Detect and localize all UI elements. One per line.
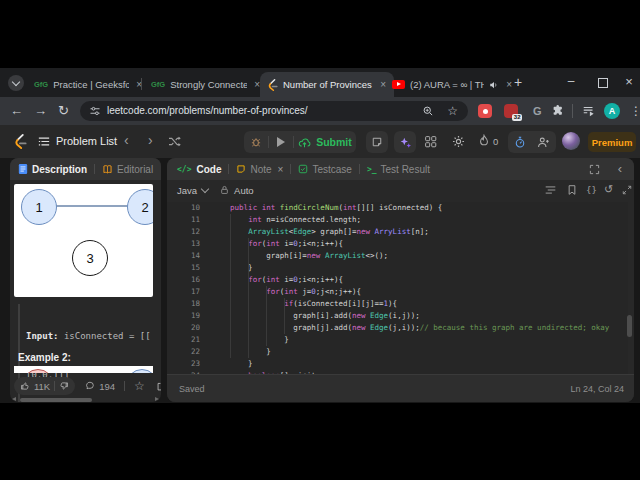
window-close-button[interactable]: × [618,68,640,97]
code-line[interactable]: 11 int n=isConnected.length; [167,214,628,226]
shuffle-icon[interactable] [168,136,181,147]
debug-button[interactable] [244,131,268,153]
browser-tab-number-of-provinces[interactable]: Number of Provinces - × [260,72,394,97]
extensions-puzzle-icon[interactable] [551,104,565,118]
expand-editor-icon[interactable] [622,185,632,195]
tab-description[interactable]: Description [18,163,87,175]
bookmark-star-icon[interactable]: ☆ [447,101,458,121]
premium-button[interactable]: Premium [588,132,636,152]
favorite-star-icon[interactable]: ☆ [134,379,145,393]
tab-title: (2) AURA = ∞ | THE [410,79,484,90]
tab-title: Strongly Connected | Pra [170,79,247,90]
run-button[interactable] [269,131,293,153]
code-line[interactable]: 10 public int findCircleNum(int[][] isCo… [167,202,628,214]
media-playlist-icon[interactable] [582,104,596,118]
submit-button[interactable]: Submit [294,131,356,153]
tab-label: Testcase [312,164,351,175]
user-avatar[interactable] [562,132,580,150]
auto-label[interactable]: Auto [234,185,254,196]
tab-code[interactable]: </> Code [177,164,221,175]
profile-avatar[interactable]: A [604,103,620,119]
code-line[interactable]: 18 if(isConnected[i][j]==1){ [167,298,628,310]
extension-icon-g[interactable]: G [533,97,542,125]
code-line[interactable]: 19 graph[i].add(new Edge(i,j)); [167,310,628,322]
tab-close-icon[interactable]: × [134,79,144,90]
extension-icon-red-badged[interactable]: 32 [504,104,518,118]
tab-close-icon[interactable]: × [504,79,514,90]
url-text[interactable]: leetcode.com/problems/number-of-province… [107,101,308,121]
layout-grid-icon[interactable] [424,135,437,148]
ai-assistant-button[interactable] [394,131,416,153]
code-lines[interactable]: 10 public int findCircleNum(int[][] isCo… [167,202,628,375]
thumbs-down-icon[interactable] [59,381,69,391]
bookmark-icon[interactable] [567,184,577,196]
site-info-icon[interactable] [89,105,101,117]
reset-code-icon[interactable]: ↺ [604,180,613,199]
close-note-icon[interactable]: × [278,164,284,175]
address-bar[interactable]: leetcode.com/problems/number-of-province… [80,101,468,121]
notes-button[interactable] [366,131,388,153]
code-line[interactable]: 21 } [167,334,628,346]
next-problem-button[interactable]: › [148,125,153,156]
prev-problem-button[interactable]: ‹ [124,125,129,156]
tab-test-result[interactable]: >_ Test Result [367,164,430,175]
graph-node-3: 3 [72,240,108,276]
code-line[interactable]: 20 graph[j].add(new Edge(j,i));// becaus… [167,322,628,334]
problem-list-label[interactable]: Problem List [56,125,117,158]
chevron-down-icon[interactable] [201,185,209,193]
code-line[interactable]: 12 ArrayList<Edge> graph[]=new ArryList[… [167,226,628,238]
example2-graph-figure-partial [14,366,153,373]
tab-testcase[interactable]: Testcase [298,164,351,175]
streak-flame-icon[interactable] [478,134,490,148]
reload-button[interactable]: ↻ [58,97,69,125]
note-tab-icon [236,164,246,174]
format-code-icon[interactable] [545,185,556,195]
tab-search-button[interactable] [8,75,24,91]
language-selector[interactable]: Java [177,185,197,196]
collapse-panel-icon[interactable]: ‹ [618,158,622,180]
code-line[interactable]: 16 for(int i=0;i<n;i++){ [167,274,628,286]
code-line[interactable]: 14 graph[i]=new ArrayList<>(); [167,250,628,262]
brackets-icon[interactable]: {} [586,180,597,200]
tab-editorial[interactable]: Editorial [102,164,153,175]
browser-tab-strongly-connected[interactable]: GfG Strongly Connected | Pra × [145,72,268,97]
lock-icon [220,185,229,195]
timer-icon[interactable] [514,136,526,149]
scroll-right-arrow[interactable] [155,397,159,401]
window-minimize-button[interactable]: – [558,68,584,97]
thumbs-up-icon[interactable] [20,381,30,391]
share-icon[interactable] [156,381,161,392]
comments-button[interactable]: 194 [85,381,115,392]
window-maximize-button[interactable] [590,68,616,97]
testcase-check-icon [298,164,308,174]
new-tab-button[interactable]: + [514,71,522,93]
editor-scrollbar-thumb[interactable] [627,315,632,337]
tab-audio-icon[interactable] [489,80,499,90]
settings-gear-icon[interactable] [452,135,465,148]
browser-tab-youtube[interactable]: (2) AURA = ∞ | THE × [386,72,520,97]
horizontal-scrollbar[interactable] [10,397,161,402]
add-collaborator-icon[interactable] [537,136,550,149]
scrollbar-thumb[interactable] [20,398,92,402]
code-line[interactable]: 22 } [167,346,628,358]
zoom-page-icon[interactable] [422,105,434,117]
back-button[interactable]: ← [10,97,23,125]
forward-button[interactable]: → [34,97,47,125]
code-line[interactable]: 13 for(int i=0;i<n;i++){ [167,238,628,250]
leetcode-logo[interactable] [12,133,27,150]
code-line[interactable]: 15 } [167,262,628,274]
code-tag-icon: </> [177,165,191,174]
problem-list-icon[interactable] [38,136,50,147]
comment-icon [85,381,95,391]
tab-divider [141,78,142,90]
browser-tab-geeksforgeeks-practice[interactable]: GfG Practice | GeeksforGeeks × [28,72,150,97]
toolbar-divider [572,104,573,118]
browser-menu-icon[interactable]: ⋮ [630,97,640,125]
tab-note[interactable]: Note × [236,164,283,175]
code-line[interactable]: 17 for(int j=0;j<n;j++){ [167,286,628,298]
indent-guide [248,238,249,358]
code-line[interactable]: 23 } [167,358,628,370]
fullscreen-icon[interactable] [589,164,600,175]
scroll-left-arrow[interactable] [12,397,16,401]
extension-icon-red[interactable] [478,104,492,118]
